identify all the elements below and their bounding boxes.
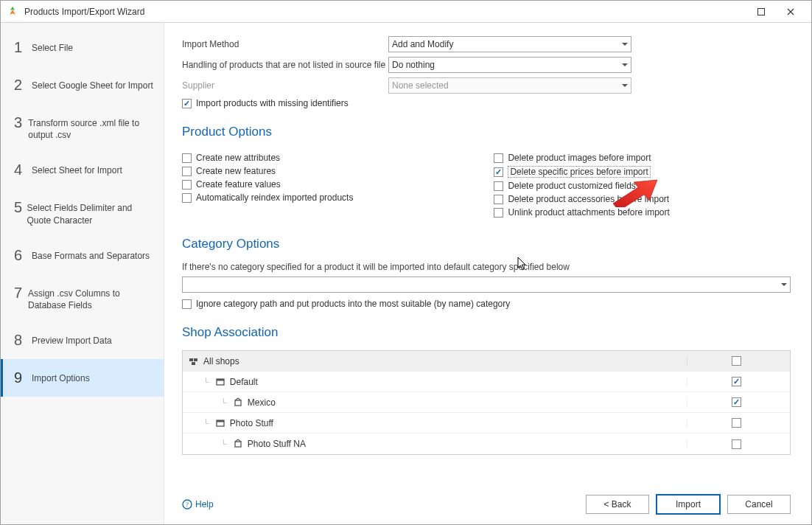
shop-check-cell <box>687 418 790 428</box>
svg-rect-2 <box>194 358 197 361</box>
default-category-dropdown[interactable] <box>182 277 791 293</box>
step-number: 5 <box>14 199 27 216</box>
multi-icon <box>189 356 199 366</box>
step-label: Transform source .xml file to output .cs… <box>28 114 153 141</box>
step-number: 1 <box>14 39 32 56</box>
shop-row[interactable]: └Default <box>183 372 790 392</box>
product-option-left-checkbox[interactable] <box>182 180 192 190</box>
shop-row[interactable]: └Mexico <box>183 392 790 413</box>
shop-checkbox[interactable] <box>732 377 741 386</box>
import-button[interactable]: Import <box>657 495 720 514</box>
tree-connector: └ <box>203 419 209 428</box>
step-number: 6 <box>14 247 32 264</box>
handling-dropdown[interactable]: Do nothing <box>388 57 631 73</box>
main-panel: Import Method Add and Modify Handling of… <box>164 23 811 524</box>
shop-checkbox[interactable] <box>732 356 741 366</box>
product-option-right-label: Unlink product attachments before import <box>508 207 669 218</box>
product-option-right-label: Delete product images before import <box>508 153 651 163</box>
mouse-cursor-icon <box>517 257 529 271</box>
shop-checkbox[interactable] <box>732 397 741 407</box>
shop-row[interactable]: All shops <box>183 351 790 372</box>
product-option-left-checkbox[interactable] <box>182 193 192 203</box>
step-number: 4 <box>14 161 32 178</box>
step-label: Base Formats and Separators <box>32 247 150 262</box>
handling-label: Handling of products that are not listed… <box>182 60 388 70</box>
titlebar: Products Import/Export Wizard <box>1 1 811 23</box>
step-label: Select Sheet for Import <box>32 161 122 176</box>
product-option-right-checkbox[interactable] <box>494 167 503 177</box>
shop-check-cell <box>687 356 790 366</box>
cancel-button[interactable]: Cancel <box>727 495 791 514</box>
shop-name-cell: └Photo Stuff NA <box>183 439 687 449</box>
chevron-down-icon <box>622 43 628 46</box>
import-method-label: Import Method <box>182 39 388 49</box>
product-option-right-label: Delete product accessories before import <box>508 194 669 204</box>
import-method-dropdown[interactable]: Add and Modify <box>388 36 631 52</box>
product-option-right-row: Delete product customized fields <box>494 181 791 191</box>
shop-name-cell: └Mexico <box>183 397 687 408</box>
product-option-left-row: Create new features <box>182 166 464 176</box>
svg-rect-9 <box>235 442 241 447</box>
step-number: 9 <box>14 369 32 386</box>
shop-checkbox[interactable] <box>732 418 741 428</box>
import-method-value: Add and Modify <box>392 39 453 49</box>
wizard-step-3[interactable]: 3Transform source .xml file to output .c… <box>1 104 164 151</box>
product-option-right-checkbox[interactable] <box>494 153 503 163</box>
back-button[interactable]: < Back <box>586 495 649 514</box>
wizard-step-1[interactable]: 1Select File <box>1 29 164 66</box>
footer-bar: ? Help < Back Import Cancel <box>182 495 791 514</box>
product-option-left-checkbox[interactable] <box>182 167 192 176</box>
product-option-left-row: Create feature values <box>182 179 464 190</box>
product-option-left-label: Create new features <box>196 166 276 176</box>
shop-label: All shops <box>203 356 239 366</box>
svg-rect-1 <box>189 358 193 361</box>
missing-identifiers-checkbox[interactable] <box>182 99 192 108</box>
shop-checkbox[interactable] <box>732 439 741 449</box>
group-icon <box>215 418 225 428</box>
shop-association-table: All shops└Default└Mexico└Photo Stuff└Pho… <box>182 350 791 455</box>
help-link[interactable]: ? Help <box>182 499 214 510</box>
step-label: Preview Import Data <box>32 332 112 347</box>
step-number: 7 <box>14 285 28 302</box>
shop-icon <box>233 397 243 408</box>
product-option-left-checkbox[interactable] <box>182 153 192 163</box>
group-icon <box>215 377 225 387</box>
wizard-step-7[interactable]: 7Assign .csv Columns to Database Fields <box>1 274 164 321</box>
shop-name-cell: └Default <box>183 377 687 387</box>
supplier-value: None selected <box>392 80 449 91</box>
app-icon <box>7 6 18 18</box>
shop-check-cell <box>687 439 790 449</box>
tree-connector: └ <box>221 398 227 407</box>
shop-row[interactable]: └Photo Stuff NA <box>183 434 790 454</box>
wizard-step-4[interactable]: 4Select Sheet for Import <box>1 151 164 189</box>
wizard-step-6[interactable]: 6Base Formats and Separators <box>1 237 164 274</box>
wizard-step-2[interactable]: 2Select Google Sheet for Import <box>1 66 164 104</box>
svg-text:?: ? <box>186 501 189 508</box>
step-number: 3 <box>14 114 28 131</box>
step-label: Import Options <box>32 369 90 384</box>
wizard-step-5[interactable]: 5Select Fields Delimiter and Quote Chara… <box>1 189 164 236</box>
shop-check-cell <box>687 397 790 407</box>
wizard-steps-sidebar: 1Select File2Select Google Sheet for Imp… <box>1 23 164 524</box>
svg-rect-0 <box>758 8 765 15</box>
maximize-button[interactable] <box>746 1 776 22</box>
product-option-left-row: Create new attributes <box>182 153 464 163</box>
step-label: Assign .csv Columns to Database Fields <box>28 285 153 311</box>
chevron-down-icon <box>781 283 787 286</box>
shop-label: Mexico <box>248 397 276 408</box>
product-option-right-checkbox[interactable] <box>494 195 503 204</box>
handling-value: Do nothing <box>392 60 435 70</box>
step-label: Select File <box>32 39 73 54</box>
shop-name-cell: └Photo Stuff <box>183 418 687 428</box>
product-option-right-checkbox[interactable] <box>494 208 503 218</box>
wizard-step-8[interactable]: 8Preview Import Data <box>1 321 164 359</box>
svg-rect-5 <box>217 379 224 381</box>
product-option-right-checkbox[interactable] <box>494 181 503 191</box>
tree-connector: └ <box>203 378 209 386</box>
product-options-title: Product Options <box>182 125 791 139</box>
step-number: 8 <box>14 332 32 349</box>
close-button[interactable] <box>776 1 805 22</box>
ignore-category-path-checkbox[interactable] <box>182 299 192 309</box>
shop-row[interactable]: └Photo Stuff <box>183 413 790 434</box>
wizard-step-9[interactable]: 9Import Options <box>1 359 164 397</box>
